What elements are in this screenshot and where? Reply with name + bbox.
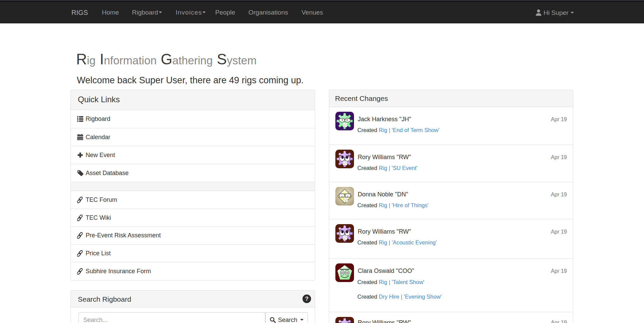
svg-text:?: ? [305, 296, 308, 302]
